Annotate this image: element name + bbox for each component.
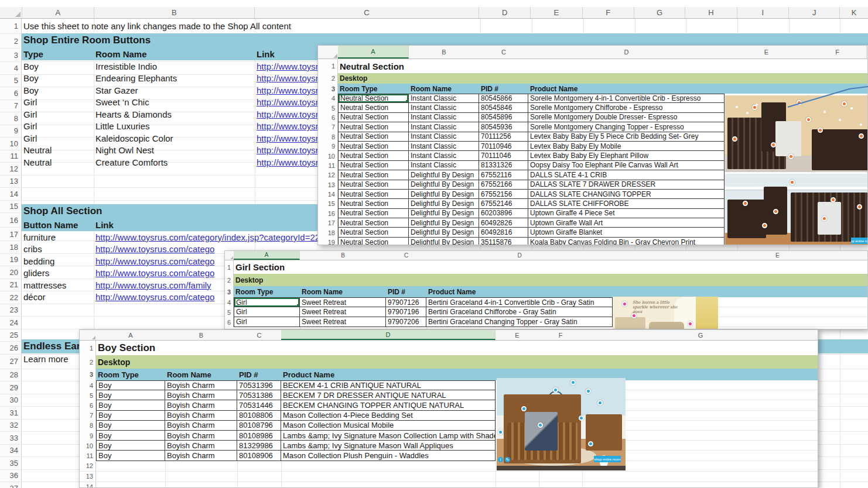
cell-room-name[interactable]: Creature Comforts	[95, 157, 257, 167]
cell-product: Oopsy Daisy Too Elephant Pile Canvas Wal…	[528, 161, 725, 170]
row-header[interactable]: 28	[0, 369, 22, 382]
cell-room-name[interactable]: Kaleidoscopic Color	[95, 133, 257, 143]
row-header[interactable]: 32	[0, 420, 22, 432]
cell-link[interactable]: http://www.toysru	[257, 73, 319, 83]
cell-type[interactable]: Girl	[23, 97, 95, 107]
cell-type[interactable]: Boy	[23, 61, 95, 71]
hotspot-icon	[859, 133, 864, 139]
row-header[interactable]: 25	[0, 329, 22, 342]
cell-room-name: Boyish Charm	[165, 380, 237, 390]
select-all-triangle-icon	[333, 54, 337, 58]
cell-product: Mason Collection 4-Piece Bedding Set	[281, 411, 495, 421]
column-header-E[interactable]: E	[531, 7, 582, 18]
row-header[interactable]: 30	[0, 394, 22, 407]
row-header[interactable]: 24	[0, 317, 22, 329]
cell-room-name[interactable]: Sweet ‘n Chic	[95, 97, 257, 107]
cell-type[interactable]: Neutral	[23, 145, 95, 155]
cell-type[interactable]: Boy	[23, 85, 95, 95]
cell-link[interactable]: http://www.toysru	[257, 109, 319, 119]
cell-link[interactable]: http://www.toysrus.com/catego	[95, 292, 226, 302]
column-header-F[interactable]: F	[583, 7, 634, 18]
header-button-name: Button Name	[23, 220, 78, 230]
row-header[interactable]: 14	[0, 188, 22, 200]
column-header-I[interactable]: I	[737, 7, 789, 18]
cell-link[interactable]: http://www.toysru	[257, 97, 319, 107]
cell-button-name[interactable]: mattresses	[23, 280, 95, 290]
row-header[interactable]: 2	[0, 34, 22, 48]
cell-button-name[interactable]: cribs	[23, 244, 95, 254]
row-header[interactable]: 3	[0, 49, 22, 61]
cell-room-name[interactable]: Irresistible Indio	[95, 61, 257, 71]
header-room-type: Room Type	[338, 85, 409, 93]
hotspot-icon	[771, 142, 776, 147]
cell-room-type: Neutral Section	[338, 170, 409, 180]
row-header[interactable]: 23	[0, 304, 22, 317]
cell-room-name[interactable]: Little Luxuries	[95, 121, 257, 131]
cell-product: Sorelle Montgomery 4-in-1 Convertible Cr…	[528, 94, 725, 103]
cell-room-name[interactable]: Hearts & Diamonds	[95, 109, 257, 119]
learn-more-cell[interactable]: Learn more	[23, 353, 69, 366]
row-header[interactable]: 16	[0, 213, 22, 227]
cell-link[interactable]: http://www.toysru	[257, 157, 319, 167]
column-header-K[interactable]: K	[840, 7, 868, 18]
girl-section-window[interactable]: A B C D E 1 Girl Section 2 Desktop 3 Roo…	[224, 250, 868, 329]
header-product: Product Name	[281, 370, 495, 379]
cell-type[interactable]: Girl	[23, 121, 95, 131]
column-header-B[interactable]: B	[94, 7, 255, 18]
cell-pid: 80545936	[479, 122, 528, 132]
column-header-J[interactable]: J	[789, 7, 840, 18]
cell-room-type: Boy	[96, 451, 165, 460]
cell-room-type: Neutral Section	[338, 122, 409, 132]
row-header[interactable]: 36	[0, 470, 22, 482]
cell-type[interactable]: Boy	[23, 73, 95, 83]
row-header[interactable]: 29	[0, 382, 22, 394]
neutral-section-window[interactable]: A B C D E F 1 Neutral Section 2 Desktop …	[317, 45, 868, 245]
row-header[interactable]: 13	[0, 176, 22, 188]
column-header-C[interactable]: C	[255, 7, 479, 18]
cell-product: Uptown Giraffe Wall Art	[528, 218, 725, 228]
column-header-G[interactable]: G	[634, 7, 685, 18]
cell-link[interactable]: http://www.toysrus.com/catego	[95, 268, 226, 278]
row-header[interactable]: 37	[0, 482, 22, 488]
excel-workbook: A B C D E F G H I J K 123456789101112131…	[0, 0, 868, 488]
row-header[interactable]: 31	[0, 407, 22, 419]
row-header[interactable]: 1	[0, 18, 22, 33]
row-header[interactable]: 26	[0, 342, 22, 354]
cell-type[interactable]: Girl	[23, 133, 95, 143]
cell-link[interactable]: http://www.toysru	[257, 121, 319, 131]
row-header[interactable]: 27	[0, 355, 22, 369]
cell-type[interactable]: Neutral	[23, 157, 95, 167]
cell-room-name[interactable]: Star Gazer	[95, 85, 257, 95]
cell-product: BECKEM CHANGING TOPPER ANTIQUE NATURAL	[281, 400, 495, 410]
cell-button-name[interactable]: bedding	[23, 256, 95, 266]
table-row: 4 Girl Sweet Retreat 97907126 Bertini Gr…	[225, 297, 867, 307]
column-header-D[interactable]: D	[479, 7, 531, 18]
cell-room-name: Delightful By Design	[409, 190, 479, 199]
cell-link[interactable]: http://www.toysru	[257, 85, 319, 95]
select-all-corner[interactable]	[0, 7, 22, 18]
row-header[interactable]: 33	[0, 432, 22, 444]
cell-link[interactable]: http://www.toysru	[257, 133, 319, 143]
cell-link[interactable]: http://www.toysrus.com/catego	[95, 244, 226, 254]
hotspot-icon	[631, 313, 637, 318]
cell-link[interactable]: http://www.toysrus.com/catego	[95, 256, 226, 266]
cell-button-name[interactable]: furniture	[23, 232, 95, 242]
row-header[interactable]: 34	[0, 445, 22, 457]
cell-room-name[interactable]: Endearing Elephants	[95, 73, 257, 83]
column-header-A[interactable]: A	[22, 7, 94, 18]
cell-button-name[interactable]: décor	[23, 292, 95, 302]
cell-link[interactable]: http://www.toysrus.com/family	[95, 280, 226, 290]
cell-room-name: Instant Classic	[409, 113, 479, 122]
cell-room-name: Delightful By Design	[409, 238, 479, 245]
row-header[interactable]: 15	[0, 201, 22, 213]
cell-button-name[interactable]: gliders	[23, 268, 95, 278]
cell-type[interactable]: Girl	[23, 109, 95, 119]
row-header[interactable]: 35	[0, 457, 22, 469]
sheet-note[interactable]: Use this sheet to note any link changes …	[23, 18, 291, 33]
column-header-H[interactable]: H	[685, 7, 737, 18]
cell-room-name[interactable]: Night Owl Nest	[95, 145, 257, 155]
cell-link[interactable]: http://www.toysrus.com/category/index.js…	[95, 232, 319, 242]
boy-section-window[interactable]: A B C D E F G 1 Boy Section 2 Desktop 3 …	[79, 329, 818, 488]
cell-link[interactable]: http://www.toysru	[257, 145, 319, 155]
cell-link[interactable]: http://www.toysru	[257, 61, 319, 71]
